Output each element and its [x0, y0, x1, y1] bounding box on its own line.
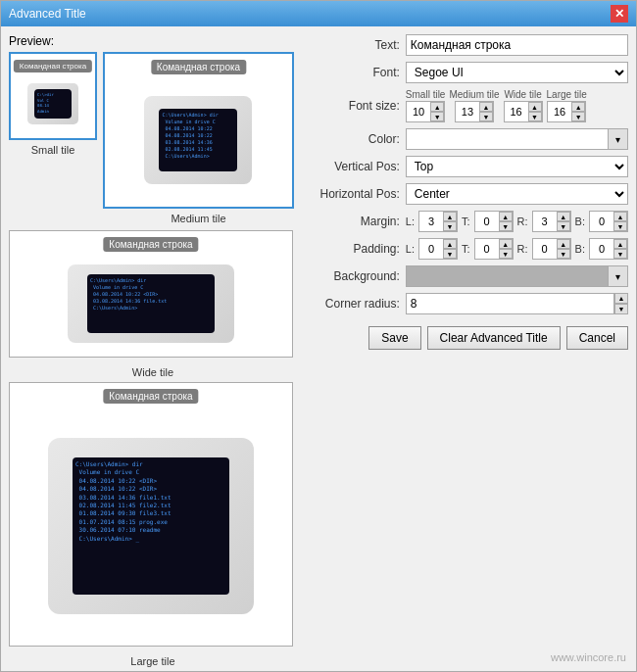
title-bar: Advanced Title ✕ [1, 1, 636, 26]
large-terminal-icon: C:\Users\Admin> dir Volume in drive C 04… [48, 438, 254, 614]
padding-b-up[interactable]: ▲ [613, 239, 627, 249]
small-font-spinner-btns: ▲ ▼ [430, 102, 444, 121]
margin-t-down[interactable]: ▼ [499, 221, 513, 231]
wide-tile-badge: Командная строка [103, 237, 198, 252]
margin-r-input[interactable] [533, 212, 557, 231]
wide-font-input[interactable] [505, 102, 528, 121]
cancel-button[interactable]: Cancel [566, 326, 628, 350]
padding-l-down[interactable]: ▼ [443, 249, 457, 259]
medium-font-up[interactable]: ▲ [479, 102, 493, 112]
margin-r-up[interactable]: ▲ [557, 212, 570, 221]
medium-font-down[interactable]: ▼ [479, 112, 493, 121]
font-size-inputs: Small tile ▲ ▼ Medium tile [406, 89, 628, 122]
vertical-pos-select[interactable]: Top Center Bottom [406, 156, 628, 177]
text-row: Text: [307, 34, 628, 56]
large-tile-badge: Командная строка [103, 389, 198, 404]
margin-l-down[interactable]: ▼ [443, 221, 457, 231]
font-select[interactable]: Segoe UI [406, 62, 628, 83]
bg-input-group: ▾ [406, 265, 628, 287]
padding-b-btns: ▲ ▼ [613, 239, 627, 259]
wide-tile-wrapper: Командная строка C:\Users\Admin> dir Vol… [9, 230, 297, 378]
color-picker-display[interactable] [406, 128, 609, 150]
horizontal-pos-row: Horizontal Pos: Left Center Right [307, 183, 628, 205]
margin-l-btns: ▲ ▼ [443, 212, 457, 231]
large-font-input[interactable] [548, 102, 571, 121]
color-row: Color: ▾ [307, 128, 628, 150]
margin-t-spinner: ▲ ▼ [474, 211, 514, 232]
margin-r-btns: ▲ ▼ [557, 212, 570, 231]
padding-t-up[interactable]: ▲ [499, 239, 513, 249]
padding-inputs: L: ▲ ▼ T: ▲ ▼ [406, 238, 628, 260]
corner-radius-down[interactable]: ▼ [614, 304, 628, 314]
margin-t-label: T: [462, 216, 470, 227]
corner-radius-label: Corner radius: [307, 297, 400, 311]
padding-r-down[interactable]: ▼ [557, 249, 570, 259]
margin-r-down[interactable]: ▼ [557, 221, 570, 231]
padding-b-spinner: ▲ ▼ [589, 238, 628, 260]
padding-b-input[interactable] [590, 239, 613, 259]
padding-t-input[interactable] [475, 239, 499, 259]
wide-font-down[interactable]: ▼ [528, 112, 542, 121]
save-button[interactable]: Save [368, 326, 420, 350]
small-tile-box[interactable]: Командная строка C:\>dir Vol C 08.14 Adm… [9, 52, 97, 140]
bg-picker-display[interactable] [406, 265, 609, 287]
margin-l-label: L: [406, 216, 415, 227]
text-input[interactable] [406, 34, 628, 56]
wide-tile-box[interactable]: Командная строка C:\Users\Admin> dir Vol… [9, 230, 293, 358]
corner-radius-input[interactable] [406, 293, 614, 314]
medium-font-label: Medium tile [449, 89, 499, 100]
small-font-spinner: ▲ ▼ [406, 101, 445, 122]
padding-b-down[interactable]: ▼ [613, 249, 627, 259]
margin-t-input[interactable] [475, 212, 499, 231]
margin-l-input[interactable] [419, 212, 443, 231]
padding-r-up[interactable]: ▲ [557, 239, 570, 249]
padding-r-input[interactable] [533, 239, 557, 259]
small-font-label: Small tile [406, 89, 446, 100]
wide-terminal-text: C:\Users\Admin> dir Volume in drive C 04… [90, 277, 167, 312]
margin-l-up[interactable]: ▲ [443, 212, 457, 221]
small-font-up[interactable]: ▲ [430, 102, 444, 112]
wide-font-up[interactable]: ▲ [528, 102, 542, 112]
padding-l-label: L: [406, 243, 415, 255]
corner-radius-up[interactable]: ▲ [614, 293, 628, 304]
padding-row: Padding: L: ▲ ▼ T: ▲ [307, 238, 628, 260]
small-tile-image: C:\>dir Vol C 08.14 Admin [20, 73, 87, 134]
padding-l-input[interactable] [419, 239, 443, 259]
padding-t-label: T: [462, 243, 470, 255]
margin-r-spinner: ▲ ▼ [532, 211, 571, 232]
margin-b-spinner: ▲ ▼ [589, 211, 628, 232]
color-dropdown-btn[interactable]: ▾ [609, 128, 628, 150]
large-font-down[interactable]: ▼ [571, 112, 585, 121]
bg-dropdown-btn[interactable]: ▾ [609, 265, 628, 287]
margin-label: Margin: [307, 215, 400, 228]
large-tile-box[interactable]: Командная строка C:\Users\Admin> dir Vol… [9, 382, 293, 647]
margin-b-down[interactable]: ▼ [613, 221, 627, 231]
large-font-spinner: ▲ ▼ [547, 101, 586, 122]
padding-r-btns: ▲ ▼ [557, 239, 570, 259]
small-font-input[interactable] [407, 102, 430, 121]
margin-b-btns: ▲ ▼ [613, 212, 627, 231]
padding-l-up[interactable]: ▲ [443, 239, 457, 249]
margin-b-up[interactable]: ▲ [613, 212, 627, 221]
medium-font-input[interactable] [456, 102, 479, 121]
medium-tile-box[interactable]: Командная строка C:\Users\Admin> dir Vol… [103, 52, 294, 209]
margin-b-input[interactable] [590, 212, 613, 231]
medium-terminal-text: C:\Users\Admin> dir Volume in drive C 04… [162, 112, 218, 160]
watermark: www.wincore.ru [551, 651, 626, 663]
large-font-up[interactable]: ▲ [571, 102, 585, 112]
horizontal-pos-select[interactable]: Left Center Right [406, 183, 628, 205]
margin-t-up[interactable]: ▲ [499, 212, 513, 221]
close-button[interactable]: ✕ [611, 5, 628, 23]
padding-t-down[interactable]: ▼ [499, 249, 513, 259]
clear-advanced-button[interactable]: Clear Advanced Title [427, 326, 561, 350]
window-title: Advanced Title [9, 7, 86, 21]
padding-t-btns: ▲ ▼ [499, 239, 513, 259]
large-font-group: Large tile ▲ ▼ [547, 89, 587, 122]
medium-tile-wrapper: Командная строка C:\Users\Admin> dir Vol… [103, 52, 294, 224]
wide-font-label: Wide tile [504, 89, 541, 100]
small-terminal-text: C:\>dir Vol C 08.14 Admin [37, 92, 54, 114]
small-font-down[interactable]: ▼ [430, 112, 444, 121]
wide-screen: C:\Users\Admin> dir Volume in drive C 04… [87, 274, 215, 333]
corner-radius-row: Corner radius: ▲ ▼ [307, 293, 628, 314]
main-window: Advanced Title ✕ Preview: Командная стро… [0, 0, 637, 672]
